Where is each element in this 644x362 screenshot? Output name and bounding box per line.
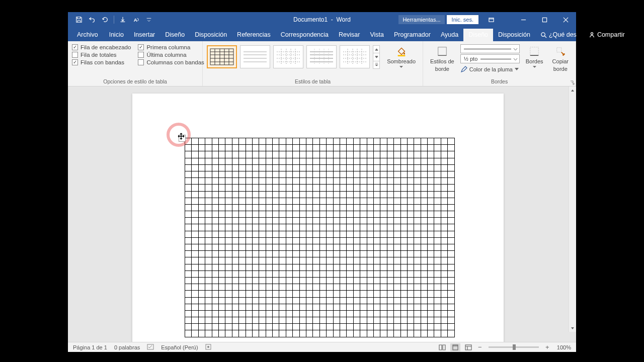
svg-point-4 bbox=[591, 32, 593, 34]
table-style-thumb[interactable] bbox=[207, 45, 237, 68]
borders-icon bbox=[528, 45, 540, 57]
line-style-combo[interactable] bbox=[460, 44, 520, 53]
tab-home[interactable]: Inicio bbox=[104, 29, 129, 41]
document-name: Documento1 bbox=[293, 16, 328, 23]
gallery-up-icon[interactable] bbox=[373, 45, 380, 53]
statusbar: Página 1 de 1 0 palabras Español (Perú) … bbox=[68, 342, 576, 352]
group-table-styles: Sombreado Estilos de tabla bbox=[203, 41, 423, 86]
tab-design[interactable]: Diseño bbox=[160, 29, 190, 41]
border-painter-icon bbox=[554, 45, 567, 57]
tab-layout[interactable]: Disposición bbox=[190, 29, 232, 41]
proofing-icon[interactable] bbox=[147, 344, 154, 351]
svg-rect-8 bbox=[530, 47, 539, 56]
group-table-style-options: Fila de encabezado Fila de totales Filas… bbox=[68, 41, 203, 86]
table-tools-tag[interactable]: Herramientas... bbox=[398, 15, 444, 24]
border-styles-button[interactable]: Estilos de borde bbox=[427, 43, 457, 72]
zoom-slider[interactable] bbox=[489, 346, 539, 348]
table-style-thumb[interactable] bbox=[306, 45, 337, 68]
svg-rect-5 bbox=[210, 49, 233, 65]
paint-bucket-icon bbox=[395, 45, 408, 57]
ribbon: Fila de encabezado Fila de totales Filas… bbox=[68, 41, 576, 86]
table-style-thumb[interactable] bbox=[240, 45, 270, 68]
table-style-thumb[interactable] bbox=[273, 45, 303, 68]
line-weight-combo[interactable]: ½ pto bbox=[460, 54, 520, 63]
tab-references[interactable]: Referencias bbox=[232, 29, 276, 41]
minimize-button[interactable] bbox=[513, 12, 534, 27]
undo-icon[interactable] bbox=[86, 14, 98, 26]
maximize-button[interactable] bbox=[534, 12, 555, 27]
window-title: Documento1 - Word bbox=[293, 16, 351, 23]
redo-icon[interactable] bbox=[99, 14, 111, 26]
svg-rect-2 bbox=[542, 18, 546, 22]
gallery-down-icon[interactable] bbox=[373, 53, 380, 61]
gallery-more-icon[interactable] bbox=[373, 61, 380, 69]
read-mode-icon[interactable] bbox=[437, 343, 447, 351]
svg-rect-7 bbox=[438, 47, 447, 56]
close-button[interactable] bbox=[555, 12, 576, 27]
svg-rect-1 bbox=[489, 18, 493, 21]
tab-help[interactable]: Ayuda bbox=[436, 29, 463, 41]
scroll-down-icon[interactable] bbox=[569, 324, 576, 332]
border-styles-icon bbox=[436, 45, 448, 57]
group-label: Estilos de tabla bbox=[207, 77, 419, 85]
move-cursor-icon bbox=[178, 133, 185, 140]
tab-review[interactable]: Revisar bbox=[334, 29, 365, 41]
svg-point-3 bbox=[541, 32, 545, 36]
app-name: Word bbox=[336, 16, 350, 23]
tab-developer[interactable]: Programador bbox=[389, 29, 436, 41]
zoom-out-button[interactable]: − bbox=[476, 343, 484, 351]
svg-text:A: A bbox=[134, 17, 137, 23]
group-label: Bordes bbox=[427, 77, 572, 85]
vertical-scrollbar[interactable] bbox=[569, 86, 576, 332]
pen-color-button[interactable]: Color de la pluma bbox=[460, 66, 520, 73]
tab-view[interactable]: Vista bbox=[365, 29, 389, 41]
group-borders: Estilos de borde ½ pto Color de la pluma… bbox=[423, 41, 576, 86]
page-indicator[interactable]: Página 1 de 1 bbox=[73, 344, 107, 350]
web-layout-icon[interactable] bbox=[463, 343, 473, 351]
word-window: A Documento1 - Word Herramientas... Inic… bbox=[68, 12, 576, 352]
zoom-in-button[interactable]: + bbox=[544, 343, 551, 351]
macro-record-icon[interactable] bbox=[205, 344, 211, 351]
save-icon[interactable] bbox=[73, 14, 85, 26]
document-table[interactable] bbox=[185, 138, 455, 337]
qat-customize-icon[interactable] bbox=[143, 14, 155, 26]
chk-total-row[interactable]: Fila de totales bbox=[72, 52, 131, 58]
gallery-scroll bbox=[373, 45, 380, 68]
chk-header-row[interactable]: Fila de encabezado bbox=[72, 44, 131, 50]
zoom-level[interactable]: 100% bbox=[557, 344, 571, 350]
table-style-thumb[interactable] bbox=[340, 45, 370, 68]
print-layout-icon[interactable] bbox=[450, 343, 460, 351]
touch-mode-icon[interactable] bbox=[117, 14, 129, 26]
borders-button[interactable]: Bordes bbox=[523, 43, 546, 68]
tab-table-layout[interactable]: Disposición bbox=[493, 29, 535, 41]
svg-rect-6 bbox=[397, 55, 405, 56]
chk-last-column[interactable]: Última columna bbox=[138, 52, 204, 58]
dialog-launcher-icon[interactable] bbox=[570, 80, 575, 85]
tell-me-search[interactable]: ¿Qué des bbox=[535, 29, 582, 41]
tab-insert[interactable]: Insertar bbox=[129, 29, 160, 41]
titlebar: A Documento1 - Word Herramientas... Inic… bbox=[68, 12, 576, 27]
word-count[interactable]: 0 palabras bbox=[114, 344, 140, 350]
tab-table-design[interactable]: Diseño bbox=[463, 29, 493, 41]
chk-first-column[interactable]: Primera columna bbox=[138, 44, 204, 50]
border-painter-button[interactable]: Copiar borde bbox=[549, 43, 572, 72]
chk-banded-columns[interactable]: Columnas con bandas bbox=[138, 59, 204, 65]
pen-icon bbox=[460, 66, 467, 73]
language-indicator[interactable]: Español (Perú) bbox=[161, 344, 198, 350]
shading-button[interactable]: Sombreado bbox=[384, 43, 419, 68]
svg-rect-14 bbox=[465, 345, 471, 350]
ribbon-tabs: Archivo Inicio Insertar Diseño Disposici… bbox=[68, 27, 576, 41]
sign-in-button[interactable]: Inic. ses. bbox=[447, 15, 478, 24]
ribbon-display-icon[interactable] bbox=[480, 12, 502, 27]
tab-file[interactable]: Archivo bbox=[71, 29, 104, 41]
read-aloud-icon[interactable]: A bbox=[130, 14, 142, 26]
scroll-up-icon[interactable] bbox=[569, 86, 576, 94]
group-label: Opciones de estilo de tabla bbox=[72, 77, 198, 85]
svg-point-12 bbox=[207, 346, 209, 348]
tab-mailings[interactable]: Correspondencia bbox=[276, 29, 334, 41]
chk-banded-rows[interactable]: Filas con bandas bbox=[72, 59, 131, 65]
document-area[interactable] bbox=[68, 86, 576, 342]
share-button[interactable]: Compartir bbox=[584, 29, 630, 41]
table-styles-gallery[interactable] bbox=[207, 43, 380, 68]
svg-rect-9 bbox=[556, 48, 561, 52]
